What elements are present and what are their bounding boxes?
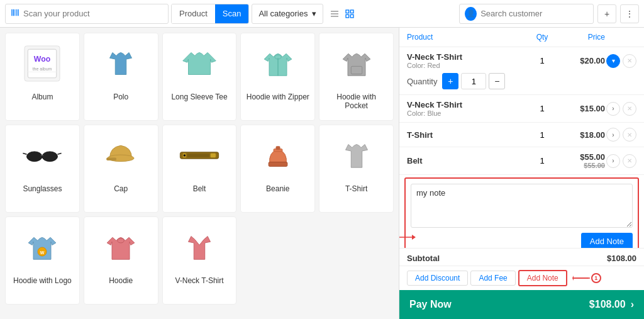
item-name-3: T-Shirt (407, 130, 523, 140)
svg-rect-32 (187, 154, 209, 157)
product-card-tshirt[interactable]: T-Shirt (319, 125, 394, 213)
add-discount-button[interactable]: Add Discount (407, 271, 468, 286)
product-name-album: Album (31, 92, 53, 101)
annotation-1: 1 (572, 273, 601, 283)
expand-item-3-button[interactable]: › (606, 128, 620, 142)
list-view-button[interactable] (330, 9, 340, 19)
product-image-hoodie-logo: W (17, 222, 67, 272)
product-card-cap[interactable]: Cap (84, 125, 158, 213)
arrow-1-icon (572, 274, 591, 283)
add-note-popup-button[interactable]: Add Note (581, 233, 633, 248)
svg-marker-44 (572, 276, 574, 281)
svg-rect-34 (210, 154, 216, 158)
product-card-hoodie[interactable]: Hoodie (84, 216, 158, 305)
search-input-wrap[interactable] (5, 4, 169, 24)
svg-rect-37 (275, 146, 280, 150)
item-name-1: V-Neck T-Shirt (407, 52, 523, 62)
product-image-long-sleeve-tee (174, 38, 225, 89)
note-textarea[interactable]: my note (411, 184, 633, 228)
expand-item-1-button[interactable]: ▾ (606, 54, 620, 68)
annotation-2: 2 (399, 232, 416, 242)
customer-search-input[interactable] (480, 9, 588, 18)
svg-rect-13 (350, 14, 353, 18)
quantity-controls-1: + − (442, 73, 505, 89)
product-card-belt[interactable]: Belt (162, 125, 237, 213)
product-name-hoodie-pocket: Hoodie with Pocket (325, 92, 388, 110)
item-sub-1: Color: Red (407, 62, 523, 69)
pay-now-label: Pay Now (409, 299, 452, 310)
header-left: Product Scan All categories ▾ (5, 4, 450, 24)
arrow-2-icon (399, 233, 416, 242)
item-name-4: Belt (407, 156, 523, 165)
product-image-polo (96, 38, 146, 89)
tab-product[interactable]: Product (172, 4, 215, 23)
product-name-sunglasses: Sunglasses (23, 184, 62, 193)
product-name-belt: Belt (193, 184, 206, 193)
product-name-hoodie-zipper: Hoodie with Zipper (247, 92, 309, 101)
product-card-beanie[interactable]: Beanie (240, 125, 315, 213)
subtotal-value: $108.00 (607, 254, 636, 263)
svg-point-23 (42, 152, 58, 162)
qty-minus-button[interactable]: − (489, 73, 505, 89)
order-list: Product Qty Price V-Neck T-Shirt Color: … (399, 28, 644, 248)
customer-search-wrap[interactable]: 👤 (459, 4, 594, 24)
qty-plus-button[interactable]: + (442, 73, 458, 89)
item-price-2: $15.00 (561, 104, 605, 113)
product-card-vneck-tshirt[interactable]: V-Neck T-Shirt (162, 216, 237, 305)
pay-now-bar[interactable]: Pay Now $108.00 › (399, 290, 644, 319)
product-image-beanie (253, 130, 303, 181)
item-actions-4: › ✕ (605, 154, 636, 168)
product-card-hoodie-logo[interactable]: W Hoodie with Logo (5, 216, 80, 305)
expand-item-4-button[interactable]: › (606, 154, 620, 168)
item-price-1: $20.00 (561, 56, 605, 65)
product-card-long-sleeve-tee[interactable]: Long Sleeve Tee (162, 33, 237, 121)
search-tab-group: Product Scan (171, 4, 249, 24)
chevron-right-icon: › (631, 299, 634, 310)
item-qty-3: 1 (523, 130, 561, 140)
col-header-qty: Qty (523, 33, 561, 42)
product-card-polo[interactable]: Polo (84, 33, 158, 121)
header: Product Scan All categories ▾ 👤 + (0, 0, 644, 28)
remove-item-1-button[interactable]: ✕ (623, 54, 636, 68)
col-header-price: Price (561, 33, 605, 42)
item-price-3: $18.00 (561, 130, 605, 140)
col-header-product: Product (407, 33, 523, 42)
product-name-cap: Cap (114, 184, 128, 193)
right-panel: Product Qty Price V-Neck T-Shirt Color: … (399, 28, 644, 319)
svg-line-26 (23, 154, 27, 155)
product-card-sunglasses[interactable]: Sunglasses (5, 125, 80, 213)
svg-marker-42 (412, 235, 416, 240)
qty-input-1[interactable] (461, 73, 486, 89)
svg-rect-15 (28, 49, 57, 78)
product-name-beanie: Beanie (266, 184, 289, 193)
add-customer-button[interactable]: + (597, 4, 616, 23)
product-card-album[interactable]: Woo the album Album (5, 33, 80, 121)
remove-item-4-button[interactable]: ✕ (623, 154, 636, 168)
svg-line-27 (58, 154, 62, 155)
item-info-4: Belt (407, 156, 523, 165)
quantity-row-1: Quantity + − (407, 73, 636, 89)
remove-item-2-button[interactable]: ✕ (623, 102, 636, 116)
remove-item-3-button[interactable]: ✕ (623, 128, 636, 142)
svg-rect-11 (350, 10, 353, 13)
product-card-hoodie-zipper[interactable]: Hoodie with Zipper (240, 33, 315, 121)
subtotal-row: Subtotal $108.00 (399, 248, 644, 266)
product-image-hoodie (96, 222, 146, 272)
expand-item-2-button[interactable]: › (606, 102, 620, 116)
search-input[interactable] (23, 9, 163, 18)
product-card-hoodie-pocket[interactable]: Hoodie with Pocket (319, 33, 394, 121)
customer-icon: 👤 (465, 7, 477, 21)
tab-scan[interactable]: Scan (215, 4, 249, 23)
order-item-3: T-Shirt 1 $18.00 › ✕ (399, 123, 644, 147)
pay-now-amount: $108.00 › (589, 299, 634, 310)
add-fee-button[interactable]: Add Fee (470, 271, 515, 286)
item-name-2: V-Neck T-Shirt (407, 100, 523, 109)
more-options-button[interactable]: ⋮ (620, 4, 639, 23)
add-note-button[interactable]: Add Note (518, 270, 567, 286)
grid-view-button[interactable] (345, 9, 355, 19)
item-qty-4: 1 (523, 156, 561, 165)
product-image-tshirt (331, 130, 382, 181)
main-content: Woo the album Album Polo Long Sleeve Tee… (0, 28, 644, 319)
category-dropdown[interactable]: All categories ▾ (252, 4, 323, 24)
item-actions-2: › ✕ (605, 102, 636, 116)
